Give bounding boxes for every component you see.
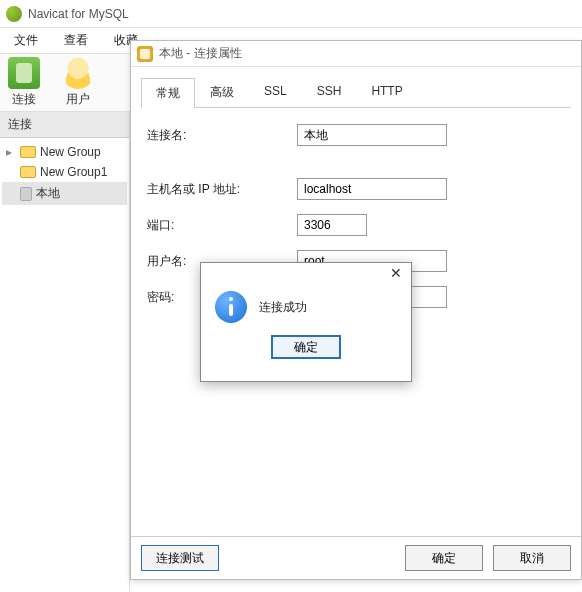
tree-label: New Group bbox=[40, 145, 101, 159]
tab-ssh[interactable]: SSH bbox=[302, 77, 357, 107]
input-port[interactable] bbox=[297, 214, 367, 236]
message-ok-button[interactable]: 确定 bbox=[271, 335, 341, 359]
plug-icon bbox=[137, 46, 153, 62]
tab-advanced[interactable]: 高级 bbox=[195, 77, 249, 107]
label-host: 主机名或 IP 地址: bbox=[147, 181, 297, 198]
app-icon bbox=[6, 6, 22, 22]
toolbar-connect-button[interactable]: 连接 bbox=[8, 57, 40, 108]
dialog-title: 本地 - 连接属性 bbox=[159, 45, 242, 62]
toolbar-user-button[interactable]: 用户 bbox=[62, 57, 94, 108]
info-icon bbox=[215, 291, 247, 323]
dialog-button-bar: 连接测试 确定 取消 bbox=[131, 536, 581, 579]
dialog-titlebar: 本地 - 连接属性 bbox=[131, 41, 581, 67]
toolbar-user-label: 用户 bbox=[66, 91, 90, 108]
tree-label: New Group1 bbox=[40, 165, 107, 179]
tab-ssl[interactable]: SSL bbox=[249, 77, 302, 107]
sidebar: 连接 ▸ New Group New Group1 本地 bbox=[0, 112, 130, 592]
close-icon[interactable]: ✕ bbox=[385, 265, 407, 283]
menu-view[interactable]: 查看 bbox=[54, 29, 98, 52]
folder-icon bbox=[20, 146, 36, 158]
tab-general[interactable]: 常规 bbox=[141, 78, 195, 108]
label-port: 端口: bbox=[147, 217, 297, 234]
app-title: Navicat for MySQL bbox=[28, 7, 129, 21]
app-titlebar: Navicat for MySQL bbox=[0, 0, 582, 28]
input-connection-name[interactable] bbox=[297, 124, 447, 146]
folder-icon bbox=[20, 166, 36, 178]
connection-tree: ▸ New Group New Group1 本地 bbox=[0, 138, 129, 209]
connect-icon bbox=[8, 57, 40, 89]
sidebar-header: 连接 bbox=[0, 112, 129, 138]
test-connection-button[interactable]: 连接测试 bbox=[141, 545, 219, 571]
tree-row-group[interactable]: ▸ New Group bbox=[2, 142, 127, 162]
message-text: 连接成功 bbox=[259, 299, 307, 316]
database-icon bbox=[20, 187, 32, 201]
toolbar-connect-label: 连接 bbox=[12, 91, 36, 108]
user-icon bbox=[62, 57, 94, 89]
message-box: ✕ 连接成功 确定 bbox=[200, 262, 412, 382]
message-titlebar: ✕ bbox=[201, 263, 411, 285]
dialog-tabs: 常规 高级 SSL SSH HTTP bbox=[141, 77, 571, 108]
ok-button[interactable]: 确定 bbox=[405, 545, 483, 571]
cancel-button[interactable]: 取消 bbox=[493, 545, 571, 571]
chevron-right-icon[interactable]: ▸ bbox=[6, 145, 16, 159]
tree-row-connection[interactable]: 本地 bbox=[2, 182, 127, 205]
tab-http[interactable]: HTTP bbox=[356, 77, 417, 107]
input-host[interactable] bbox=[297, 178, 447, 200]
menu-file[interactable]: 文件 bbox=[4, 29, 48, 52]
tree-label: 本地 bbox=[36, 185, 60, 202]
tree-row-group[interactable]: New Group1 bbox=[2, 162, 127, 182]
label-connection-name: 连接名: bbox=[147, 127, 297, 144]
